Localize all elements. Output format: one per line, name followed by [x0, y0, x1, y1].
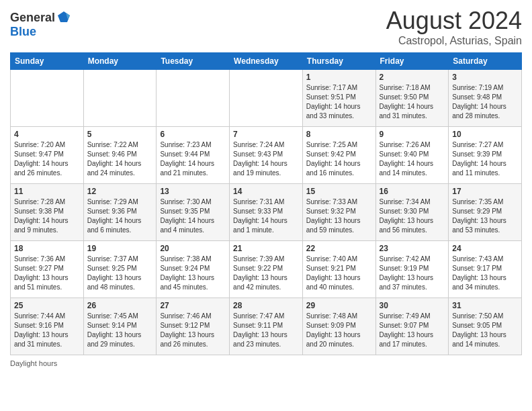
day-number-1: 1 — [306, 73, 372, 82]
cell-w1-d5: 9Sunrise: 7:26 AMSunset: 9:40 PMDaylight… — [375, 127, 449, 184]
header-monday: Monday — [83, 53, 157, 70]
day-info-1: Sunrise: 7:17 AMSunset: 9:51 PMDaylight:… — [306, 83, 372, 121]
day-info-24: Sunrise: 7:43 AMSunset: 9:17 PMDaylight:… — [452, 255, 518, 292]
day-number-28: 28 — [233, 301, 299, 310]
day-number-3: 3 — [452, 73, 518, 82]
cell-w3-d6: 24Sunrise: 7:43 AMSunset: 9:17 PMDayligh… — [449, 241, 522, 298]
calendar-body: 1Sunrise: 7:17 AMSunset: 9:51 PMDaylight… — [11, 70, 522, 355]
cell-w4-d2: 27Sunrise: 7:46 AMSunset: 9:12 PMDayligh… — [157, 298, 230, 355]
day-number-6: 6 — [160, 130, 226, 139]
cell-w2-d6: 17Sunrise: 7:35 AMSunset: 9:29 PMDayligh… — [449, 184, 522, 241]
day-number-17: 17 — [452, 187, 518, 196]
cell-w0-d4: 1Sunrise: 7:17 AMSunset: 9:51 PMDaylight… — [302, 70, 375, 127]
day-info-23: Sunrise: 7:42 AMSunset: 9:19 PMDaylight:… — [380, 255, 445, 292]
day-number-21: 21 — [233, 244, 299, 253]
day-info-30: Sunrise: 7:49 AMSunset: 9:07 PMDaylight:… — [380, 312, 445, 349]
cell-w0-d3 — [230, 70, 303, 127]
day-info-18: Sunrise: 7:36 AMSunset: 9:27 PMDaylight:… — [14, 255, 80, 292]
footer-note: Daylight hours — [10, 359, 522, 367]
day-info-9: Sunrise: 7:26 AMSunset: 9:40 PMDaylight:… — [380, 140, 445, 178]
day-number-10: 10 — [452, 130, 518, 139]
header-tuesday: Tuesday — [157, 53, 230, 70]
day-info-27: Sunrise: 7:46 AMSunset: 9:12 PMDaylight:… — [160, 312, 226, 349]
logo-blue-text: Blue — [10, 25, 36, 39]
day-number-4: 4 — [14, 130, 80, 139]
day-number-29: 29 — [306, 301, 372, 310]
week-row-1: 4Sunrise: 7:20 AMSunset: 9:47 PMDaylight… — [11, 127, 522, 184]
calendar-table: Sunday Monday Tuesday Wednesday Thursday… — [10, 52, 522, 355]
cell-w1-d6: 10Sunrise: 7:27 AMSunset: 9:39 PMDayligh… — [449, 127, 522, 184]
header-sunday: Sunday — [11, 53, 84, 70]
day-number-5: 5 — [87, 130, 153, 139]
cell-w0-d5: 2Sunrise: 7:18 AMSunset: 9:50 PMDaylight… — [375, 70, 449, 127]
day-info-12: Sunrise: 7:29 AMSunset: 9:36 PMDaylight:… — [87, 197, 153, 235]
day-number-26: 26 — [87, 301, 153, 310]
weekday-header-row: Sunday Monday Tuesday Wednesday Thursday… — [11, 53, 522, 70]
day-number-27: 27 — [160, 301, 226, 310]
week-row-4: 25Sunrise: 7:44 AMSunset: 9:16 PMDayligh… — [11, 298, 522, 355]
cell-w3-d3: 21Sunrise: 7:39 AMSunset: 9:22 PMDayligh… — [230, 241, 303, 298]
week-row-2: 11Sunrise: 7:28 AMSunset: 9:38 PMDayligh… — [11, 184, 522, 241]
day-number-16: 16 — [380, 187, 445, 196]
cell-w4-d6: 31Sunrise: 7:50 AMSunset: 9:05 PMDayligh… — [449, 298, 522, 355]
cell-w3-d1: 19Sunrise: 7:37 AMSunset: 9:25 PMDayligh… — [83, 241, 157, 298]
day-info-28: Sunrise: 7:47 AMSunset: 9:11 PMDaylight:… — [233, 312, 299, 349]
title-area: August 2024 Castropol, Asturias, Spain — [386, 7, 522, 47]
cell-w2-d1: 12Sunrise: 7:29 AMSunset: 9:36 PMDayligh… — [83, 184, 157, 241]
logo-general-text: General — [10, 11, 55, 25]
cell-w2-d5: 16Sunrise: 7:34 AMSunset: 9:30 PMDayligh… — [375, 184, 449, 241]
day-info-15: Sunrise: 7:33 AMSunset: 9:32 PMDaylight:… — [306, 197, 372, 235]
day-info-10: Sunrise: 7:27 AMSunset: 9:39 PMDaylight:… — [452, 140, 518, 178]
cell-w4-d0: 25Sunrise: 7:44 AMSunset: 9:16 PMDayligh… — [11, 298, 84, 355]
week-row-0: 1Sunrise: 7:17 AMSunset: 9:51 PMDaylight… — [11, 70, 522, 127]
day-number-11: 11 — [14, 187, 80, 196]
day-info-6: Sunrise: 7:23 AMSunset: 9:44 PMDaylight:… — [160, 140, 226, 178]
cell-w1-d4: 8Sunrise: 7:25 AMSunset: 9:42 PMDaylight… — [302, 127, 375, 184]
day-info-2: Sunrise: 7:18 AMSunset: 9:50 PMDaylight:… — [380, 83, 445, 121]
header: General Blue August 2024 Castropol, Astu… — [10, 7, 522, 47]
day-number-24: 24 — [452, 244, 518, 253]
day-number-18: 18 — [14, 244, 80, 253]
cell-w0-d1 — [83, 70, 157, 127]
location-title: Castropol, Asturias, Spain — [386, 35, 522, 47]
day-info-22: Sunrise: 7:40 AMSunset: 9:21 PMDaylight:… — [306, 255, 372, 292]
day-info-14: Sunrise: 7:31 AMSunset: 9:33 PMDaylight:… — [233, 197, 299, 235]
cell-w4-d3: 28Sunrise: 7:47 AMSunset: 9:11 PMDayligh… — [230, 298, 303, 355]
day-number-23: 23 — [380, 244, 445, 253]
week-row-3: 18Sunrise: 7:36 AMSunset: 9:27 PMDayligh… — [11, 241, 522, 298]
header-wednesday: Wednesday — [230, 53, 303, 70]
cell-w3-d0: 18Sunrise: 7:36 AMSunset: 9:27 PMDayligh… — [11, 241, 84, 298]
day-info-11: Sunrise: 7:28 AMSunset: 9:38 PMDaylight:… — [14, 197, 80, 235]
cell-w1-d2: 6Sunrise: 7:23 AMSunset: 9:44 PMDaylight… — [157, 127, 230, 184]
day-info-16: Sunrise: 7:34 AMSunset: 9:30 PMDaylight:… — [380, 197, 445, 235]
day-info-29: Sunrise: 7:48 AMSunset: 9:09 PMDaylight:… — [306, 312, 372, 349]
day-number-14: 14 — [233, 187, 299, 196]
logo: General Blue — [10, 10, 71, 39]
cell-w4-d1: 26Sunrise: 7:45 AMSunset: 9:14 PMDayligh… — [83, 298, 157, 355]
cell-w2-d3: 14Sunrise: 7:31 AMSunset: 9:33 PMDayligh… — [230, 184, 303, 241]
logo-flag-icon — [56, 10, 71, 25]
cell-w3-d4: 22Sunrise: 7:40 AMSunset: 9:21 PMDayligh… — [302, 241, 375, 298]
cell-w0-d2 — [157, 70, 230, 127]
day-info-3: Sunrise: 7:19 AMSunset: 9:48 PMDaylight:… — [452, 83, 518, 121]
cell-w1-d0: 4Sunrise: 7:20 AMSunset: 9:47 PMDaylight… — [11, 127, 84, 184]
cell-w4-d4: 29Sunrise: 7:48 AMSunset: 9:09 PMDayligh… — [302, 298, 375, 355]
cell-w0-d0 — [11, 70, 84, 127]
day-info-5: Sunrise: 7:22 AMSunset: 9:46 PMDaylight:… — [87, 140, 153, 178]
day-info-13: Sunrise: 7:30 AMSunset: 9:35 PMDaylight:… — [160, 197, 226, 235]
day-info-25: Sunrise: 7:44 AMSunset: 9:16 PMDaylight:… — [14, 312, 80, 349]
day-info-19: Sunrise: 7:37 AMSunset: 9:25 PMDaylight:… — [87, 255, 153, 292]
cell-w3-d2: 20Sunrise: 7:38 AMSunset: 9:24 PMDayligh… — [157, 241, 230, 298]
day-number-9: 9 — [380, 130, 445, 139]
day-number-25: 25 — [14, 301, 80, 310]
cell-w4-d5: 30Sunrise: 7:49 AMSunset: 9:07 PMDayligh… — [375, 298, 449, 355]
day-number-15: 15 — [306, 187, 372, 196]
header-thursday: Thursday — [302, 53, 375, 70]
day-info-31: Sunrise: 7:50 AMSunset: 9:05 PMDaylight:… — [452, 312, 518, 349]
day-number-13: 13 — [160, 187, 226, 196]
day-info-4: Sunrise: 7:20 AMSunset: 9:47 PMDaylight:… — [14, 140, 80, 178]
header-saturday: Saturday — [449, 53, 522, 70]
day-number-20: 20 — [160, 244, 226, 253]
day-number-7: 7 — [233, 130, 299, 139]
day-number-12: 12 — [87, 187, 153, 196]
